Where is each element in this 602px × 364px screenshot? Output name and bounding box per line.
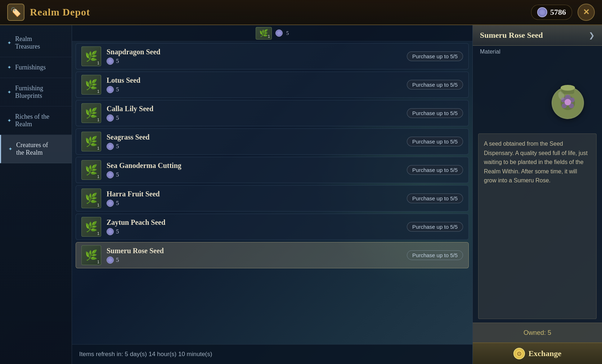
price-amount: 5 <box>116 256 119 264</box>
item-price: 5 <box>107 143 401 150</box>
scroll-top-price: 5 <box>286 30 289 36</box>
content-area: ✦ RealmTreasures ✦ Furnishings ✦ Furnish… <box>0 25 602 364</box>
main-window: 🏷️ Realm Depot 5786 ✕ ✦ RealmTreasures ✦… <box>0 0 602 364</box>
price-amount: 5 <box>116 228 119 235</box>
item-info: Seagrass Seed 5 <box>107 133 401 150</box>
exchange-label: Exchange <box>529 349 562 358</box>
purchase-badge: Purchase up to 5/5 <box>407 80 463 90</box>
shop-item-row[interactable]: 🌿 1 Seagrass Seed 5 Purchase up to 5/5 <box>76 128 469 155</box>
item-thumbnail: 🌿 1 <box>81 245 101 265</box>
detail-description: A seed obtained from the Seed Dispensary… <box>478 133 597 319</box>
sidebar: ✦ RealmTreasures ✦ Furnishings ✦ Furnish… <box>0 25 72 364</box>
item-name: Harra Fruit Seed <box>107 190 401 198</box>
detail-nav-arrow[interactable]: ❯ <box>589 31 595 40</box>
exchange-button[interactable]: ⊙ Exchange <box>473 342 602 364</box>
realm-depot-icon: 🏷️ <box>7 4 24 21</box>
star-icon: ✦ <box>7 118 12 124</box>
price-icon <box>107 256 114 264</box>
item-price: 5 <box>107 86 401 93</box>
shop-item-row[interactable]: 🌿 1 Calla Lily Seed 5 Purchase up to 5/5 <box>76 100 469 126</box>
detail-image-area <box>473 58 602 130</box>
price-icon <box>107 228 114 235</box>
purchase-badge: Purchase up to 5/5 <box>407 137 463 146</box>
svg-point-10 <box>565 99 571 105</box>
price-amount: 5 <box>116 171 119 178</box>
item-thumbnail: 🌿 1 <box>81 217 101 237</box>
price-icon <box>107 58 114 65</box>
scroll-top-thumb: 🌿 1 <box>256 27 272 40</box>
shop-item-row[interactable]: 🌿 1 Snapdragon Seed 5 Purchase up to 5/5 <box>76 43 469 69</box>
exchange-coin-icon: ⊙ <box>513 348 525 359</box>
item-count: 1 <box>97 231 99 236</box>
sidebar-item-riches-of-realm[interactable]: ✦ Riches of theRealm <box>0 106 72 135</box>
detail-panel: Sumeru Rose Seed ❯ Material <box>472 25 602 364</box>
sidebar-item-furnishings[interactable]: ✦ Furnishings <box>0 57 72 78</box>
sidebar-item-creatures-of-realm[interactable]: ✦ Creatures ofthe Realm <box>0 135 72 163</box>
sidebar-item-furnishing-blueprints[interactable]: ✦ FurnishingBlueprints <box>0 78 72 106</box>
item-price: 5 <box>107 58 401 65</box>
currency-amount: 5786 <box>550 8 566 17</box>
item-count: 1 <box>97 61 99 65</box>
item-thumbnail: 🌿 1 <box>81 75 101 95</box>
item-info: Calla Lily Seed 5 <box>107 105 401 122</box>
price-amount: 5 <box>116 114 119 122</box>
item-list-scroll[interactable]: 🌿 1 Snapdragon Seed 5 Purchase up to 5/5… <box>72 41 472 344</box>
item-name: Seagrass Seed <box>107 133 401 141</box>
shop-item-row[interactable]: 🌿 1 Sumeru Rose Seed 5 Purchase up to 5/… <box>76 242 469 268</box>
price-amount: 5 <box>116 200 119 207</box>
window-title: Realm Depot <box>30 6 526 18</box>
item-count: 1 <box>97 174 99 179</box>
items-container: 🌿 1 Snapdragon Seed 5 Purchase up to 5/5… <box>76 43 469 268</box>
item-count: 1 <box>97 260 99 264</box>
item-name: Lotus Seed <box>107 76 401 85</box>
scroll-top-indicator: 🌿 1 5 <box>72 25 472 41</box>
item-thumbnail: 🌿 1 <box>81 103 101 123</box>
purchase-badge: Purchase up to 5/5 <box>407 194 463 203</box>
item-price: 5 <box>107 171 401 178</box>
item-info: Lotus Seed 5 <box>107 76 401 93</box>
star-icon: ✦ <box>7 40 12 46</box>
currency-display: 5786 <box>531 5 572 20</box>
purchase-badge: Purchase up to 5/5 <box>407 165 463 175</box>
price-amount: 5 <box>116 86 119 93</box>
purchase-badge: Purchase up to 5/5 <box>407 108 463 118</box>
item-name: Sumeru Rose Seed <box>107 247 401 255</box>
item-thumbnail: 🌿 1 <box>81 46 101 66</box>
detail-header: Sumeru Rose Seed ❯ <box>473 25 602 46</box>
close-button[interactable]: ✕ <box>578 4 595 21</box>
item-name: Zaytun Peach Seed <box>107 218 401 227</box>
shop-item-row[interactable]: 🌿 1 Harra Fruit Seed 5 Purchase up to 5/… <box>76 185 469 211</box>
item-info: Sumeru Rose Seed 5 <box>107 247 401 264</box>
star-icon: ✦ <box>7 64 12 70</box>
item-list-area: 🌿 1 5 🌿 1 Snapdragon Seed 5 Purchase up <box>72 25 472 364</box>
shop-item-row[interactable]: 🌿 1 Lotus Seed 5 Purchase up to 5/5 <box>76 72 469 98</box>
price-icon <box>107 114 114 122</box>
currency-icon <box>537 7 547 17</box>
sidebar-item-realm-treasures[interactable]: ✦ RealmTreasures <box>0 29 72 57</box>
price-icon <box>107 171 114 178</box>
shop-item-row[interactable]: 🌿 1 Zaytun Peach Seed 5 Purchase up to 5… <box>76 214 469 240</box>
shop-item-row[interactable]: 🌿 1 Sea Ganoderma Cutting 5 Purchase up … <box>76 157 469 183</box>
item-count: 1 <box>97 118 99 122</box>
svg-point-3 <box>561 85 575 91</box>
purchase-badge: Purchase up to 5/5 <box>407 51 463 61</box>
star-icon: ✦ <box>7 89 12 95</box>
item-name: Sea Ganoderma Cutting <box>107 161 401 170</box>
star-icon: ✦ <box>8 146 13 152</box>
item-name: Calla Lily Seed <box>107 105 401 113</box>
item-info: Zaytun Peach Seed 5 <box>107 218 401 235</box>
price-amount: 5 <box>116 143 119 150</box>
item-thumbnail: 🌿 1 <box>81 188 101 208</box>
item-price: 5 <box>107 114 401 122</box>
item-thumbnail: 🌿 1 <box>81 160 101 180</box>
item-price: 5 <box>107 228 401 235</box>
price-icon <box>107 200 114 207</box>
purchase-badge: Purchase up to 5/5 <box>407 250 463 260</box>
price-amount: 5 <box>116 58 119 65</box>
item-price: 5 <box>107 200 401 207</box>
item-name: Snapdragon Seed <box>107 48 401 56</box>
price-icon <box>107 143 114 150</box>
detail-type: Material <box>473 46 602 58</box>
detail-title: Sumeru Rose Seed <box>480 31 543 40</box>
detail-item-image <box>544 65 591 123</box>
